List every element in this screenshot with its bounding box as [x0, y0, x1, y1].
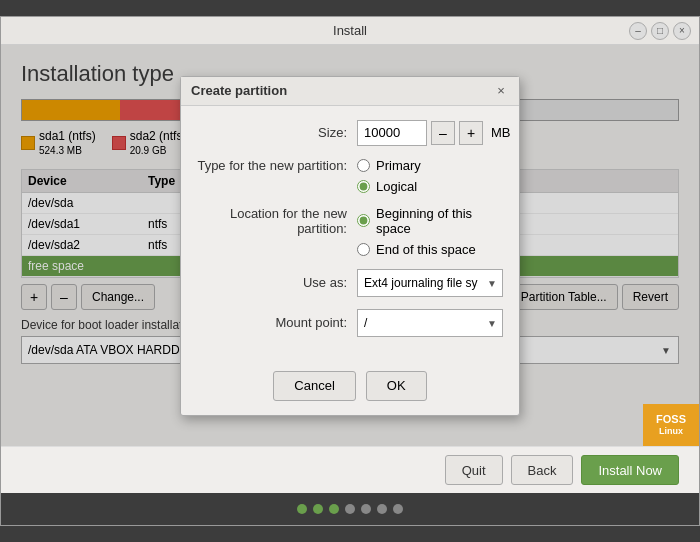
dot-1 — [297, 504, 307, 514]
page-content: Installation type sda1 (ntfs)524.3 MB sd… — [1, 45, 699, 446]
dialog-titlebar: Create partition × — [181, 77, 519, 106]
partition-location-group: Beginning of this space End of this spac… — [357, 206, 503, 257]
location-end-radio[interactable] — [357, 243, 370, 256]
mount-point-label: Mount point: — [197, 315, 357, 330]
maximize-button[interactable]: □ — [651, 22, 669, 40]
dot-3 — [329, 504, 339, 514]
size-label: Size: — [197, 125, 357, 140]
location-beginning-option[interactable]: Beginning of this space — [357, 206, 503, 236]
dialog-body: Size: – + MB Type for the new partition: — [181, 106, 519, 363]
install-now-button[interactable]: Install Now — [581, 455, 679, 485]
type-primary-label: Primary — [376, 158, 421, 173]
dialog-close-button[interactable]: × — [493, 83, 509, 99]
dialog-footer: Cancel OK — [181, 363, 519, 415]
use-as-select[interactable]: Ext4 journaling file system Ext3 journal… — [357, 269, 503, 297]
type-row: Type for the new partition: Primary Logi… — [197, 158, 503, 194]
close-button[interactable]: × — [673, 22, 691, 40]
size-input[interactable] — [357, 120, 427, 146]
use-as-select-wrap: Ext4 journaling file system Ext3 journal… — [357, 269, 503, 297]
location-row: Location for the new partition: Beginnin… — [197, 206, 503, 257]
ok-button[interactable]: OK — [366, 371, 427, 401]
modal-backdrop: Create partition × Size: – + MB — [1, 45, 699, 446]
partition-type-group: Primary Logical — [357, 158, 421, 194]
quit-button[interactable]: Quit — [445, 455, 503, 485]
location-label: Location for the new partition: — [197, 206, 357, 236]
dot-7 — [393, 504, 403, 514]
dialog-title: Create partition — [191, 83, 287, 98]
size-minus-button[interactable]: – — [431, 121, 455, 145]
foss-bottom: Linux — [659, 426, 683, 438]
mount-point-select-wrap: / /home/bootswap — [357, 309, 503, 337]
size-plus-button[interactable]: + — [459, 121, 483, 145]
type-logical-option[interactable]: Logical — [357, 179, 421, 194]
location-end-option[interactable]: End of this space — [357, 242, 503, 257]
location-beginning-label: Beginning of this space — [376, 206, 503, 236]
pagination-dots — [1, 493, 699, 525]
type-primary-radio[interactable] — [357, 159, 370, 172]
use-as-row: Use as: Ext4 journaling file system Ext3… — [197, 269, 503, 297]
dot-5 — [361, 504, 371, 514]
type-label: Type for the new partition: — [197, 158, 357, 173]
create-partition-dialog: Create partition × Size: – + MB — [180, 76, 520, 416]
cancel-button[interactable]: Cancel — [273, 371, 355, 401]
titlebar: Install – □ × — [1, 17, 699, 45]
foss-linux-badge: FOSS Linux — [643, 404, 699, 446]
location-end-label: End of this space — [376, 242, 476, 257]
dot-4 — [345, 504, 355, 514]
window-controls: – □ × — [629, 22, 691, 40]
size-controls: – + MB — [357, 120, 511, 146]
mount-point-select[interactable]: / /home/bootswap — [357, 309, 503, 337]
main-window: Install – □ × Installation type sda1 (nt… — [0, 16, 700, 526]
nav-buttons: Quit Back Install Now — [1, 446, 699, 493]
back-button[interactable]: Back — [511, 455, 574, 485]
minimize-button[interactable]: – — [629, 22, 647, 40]
size-row: Size: – + MB — [197, 120, 503, 146]
foss-top: FOSS — [656, 412, 686, 426]
type-logical-radio[interactable] — [357, 180, 370, 193]
location-beginning-radio[interactable] — [357, 214, 370, 227]
dot-2 — [313, 504, 323, 514]
window-title: Install — [333, 23, 367, 38]
mount-point-row: Mount point: / /home/bootswap — [197, 309, 503, 337]
use-as-label: Use as: — [197, 275, 357, 290]
type-logical-label: Logical — [376, 179, 417, 194]
size-unit: MB — [491, 125, 511, 140]
dot-6 — [377, 504, 387, 514]
type-primary-option[interactable]: Primary — [357, 158, 421, 173]
